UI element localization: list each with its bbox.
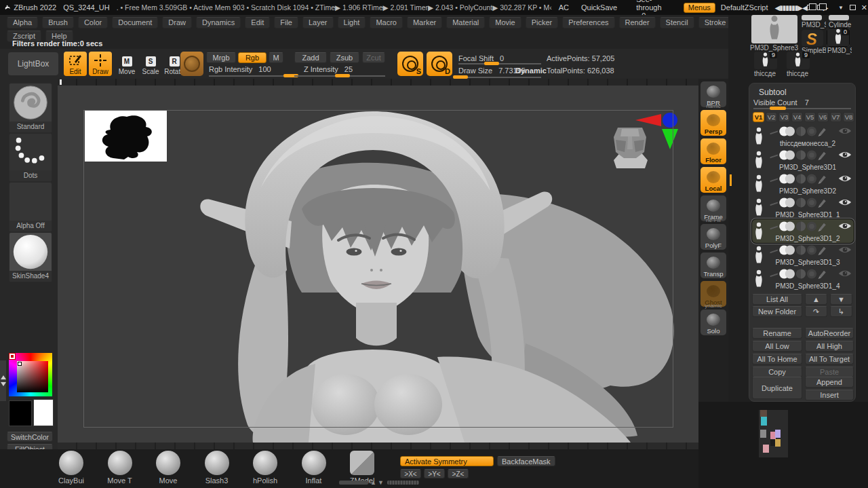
brush-shortcut[interactable]: ClayBui <box>47 451 95 485</box>
spotlight-reference-panel[interactable] <box>759 410 788 457</box>
tool-history-thumbnail[interactable]: 9 <box>754 52 777 69</box>
zsub-button[interactable]: Zsub <box>330 52 359 63</box>
brush-shortcut[interactable]: Inflat <box>290 451 338 485</box>
visibility-eye-icon[interactable] <box>837 126 852 136</box>
sculpt-size-button[interactable]: S <box>397 52 423 76</box>
mrgb-button[interactable]: Mrgb <box>206 52 236 63</box>
scroll-left-icon[interactable]: ◀▮▮▮ <box>775 2 789 13</box>
visibility-eye-icon[interactable] <box>837 150 852 159</box>
view-tab[interactable]: V5 <box>804 112 816 122</box>
view-tab[interactable]: V2 <box>766 112 777 122</box>
menu-item[interactable]: Draw <box>162 17 192 29</box>
duplicate-button[interactable]: Duplicate <box>752 377 802 399</box>
saturation-selector[interactable] <box>18 362 22 366</box>
scroll-right-icon[interactable]: ▮▮▮▶ <box>789 2 802 13</box>
reference-thumbnail[interactable] <box>760 410 767 417</box>
polypaint-icons[interactable] <box>767 197 833 208</box>
polypaint-icons[interactable] <box>767 244 833 256</box>
symmetry-axis-button[interactable]: >X< <box>400 469 421 478</box>
move-in-button[interactable]: ↳ <box>830 306 852 317</box>
view-tab[interactable]: V3 <box>778 112 790 122</box>
insert-button[interactable]: Insert <box>805 390 854 400</box>
reference-thumbnail[interactable] <box>775 439 781 447</box>
menu-item[interactable]: Color <box>78 17 108 29</box>
draw-size-button[interactable]: D <box>427 52 452 76</box>
viewport-toggle-button[interactable]: ynamic Solo <box>701 309 726 335</box>
canvas-top-ruler[interactable] <box>58 79 698 86</box>
symmetry-axis-button[interactable]: >Z< <box>448 469 469 478</box>
move-up-button[interactable]: ▲ <box>805 294 827 305</box>
brush-shortcut[interactable]: Slash3 <box>193 451 241 485</box>
subtool-action-button[interactable]: Copy <box>752 367 802 377</box>
switch-color-button[interactable]: SwitchColor <box>7 432 53 442</box>
canvas-bottom-ruler[interactable] <box>58 443 698 449</box>
main-color-swatch[interactable] <box>9 400 32 426</box>
focal-shift-track[interactable] <box>458 63 541 64</box>
prev-document-icon[interactable]: ◀ <box>802 2 813 13</box>
visible-count-handle[interactable] <box>770 107 786 110</box>
m-button[interactable]: M <box>269 52 283 63</box>
tray-splitter[interactable] <box>0 360 6 401</box>
menu-item[interactable]: Macro <box>370 17 403 29</box>
menu-item[interactable]: Brush <box>42 17 74 29</box>
rgb-button[interactable]: Rgb <box>238 52 267 63</box>
polypaint-icons[interactable] <box>767 268 833 280</box>
subtool-item[interactable]: PM3D_Sphere3D1_3 <box>752 243 854 267</box>
timeline-track[interactable] <box>387 481 419 485</box>
subtool-scroll-marker[interactable] <box>730 174 732 186</box>
view-tab[interactable]: V1 <box>753 112 764 122</box>
edit-button[interactable]: Edit <box>64 52 87 76</box>
menu-item[interactable]: File <box>274 17 298 29</box>
menu-item[interactable]: Material <box>446 17 485 29</box>
current-alpha-button[interactable]: Alpha Off <box>9 182 52 232</box>
focal-shift-handle[interactable] <box>484 62 499 65</box>
polypaint-icons[interactable] <box>767 173 833 185</box>
reference-thumbnail[interactable] <box>761 417 767 426</box>
subtool-action-button[interactable]: All To Target <box>805 354 854 364</box>
menu-item[interactable]: Dynamics <box>196 17 241 29</box>
current-material-button[interactable] <box>180 52 203 76</box>
minimize-icon[interactable]: ▼ <box>837 2 844 13</box>
move-button[interactable]: M Move <box>115 52 138 76</box>
menu-item[interactable]: Light <box>338 17 366 29</box>
current-brush-button[interactable]: Standard <box>9 83 52 133</box>
simple-brush-thumbnail[interactable]: S <box>802 30 823 46</box>
menu-item[interactable]: Picker <box>526 17 559 29</box>
brush-shortcut[interactable]: Move <box>144 451 192 485</box>
visibility-eye-icon[interactable] <box>837 269 852 278</box>
reference-thumbnail[interactable] <box>760 430 766 438</box>
append-button[interactable]: Append <box>805 377 854 388</box>
quicksave-button[interactable]: QuickSave <box>581 3 617 12</box>
polypaint-icons[interactable] <box>767 221 833 232</box>
hue-selector[interactable] <box>9 354 15 359</box>
subtool-item[interactable]: PM3D_Sphere3D2 <box>752 172 854 195</box>
current-material-thumb[interactable]: SkinShade4 <box>9 232 52 282</box>
current-stroke-button[interactable]: Dots <box>9 133 52 182</box>
timeline-arrows[interactable]: ▲ ▼ <box>370 479 384 486</box>
symmetry-axis-button[interactable]: >Y< <box>424 469 445 478</box>
backface-mask-button[interactable]: BackfaceMask <box>497 456 555 466</box>
menu-item[interactable]: Movie <box>489 17 521 29</box>
new-folder-button[interactable]: New Folder <box>752 306 802 317</box>
activate-symmetry-button[interactable]: Activate Symmetry <box>400 456 494 466</box>
scrub-down-icon[interactable]: ▼ <box>378 479 384 486</box>
subtool-action-button[interactable]: Rename <box>752 328 802 339</box>
default-zscript-button[interactable]: DefaultZScript <box>721 3 768 12</box>
scrub-up-icon[interactable]: ▲ <box>370 479 376 486</box>
move-down-button[interactable]: ▼ <box>830 294 852 305</box>
lightbox-button[interactable]: LightBox <box>8 52 58 75</box>
timeline-scrollbar[interactable] <box>339 481 368 485</box>
polypaint-icons[interactable] <box>767 149 833 161</box>
subtool-action-button[interactable]: AutoReorder <box>805 328 854 339</box>
menu-item[interactable]: Alpha <box>7 17 38 29</box>
subtool-item[interactable]: PM3D_Sphere3D1_4 <box>752 267 854 290</box>
tool-thumb-small[interactable] <box>802 15 822 20</box>
reference-thumbnail[interactable] <box>770 440 775 446</box>
polypaint-icons[interactable] <box>767 126 833 137</box>
selected-tool-thumbnail[interactable]: 0 <box>827 29 849 46</box>
subtool-item[interactable]: thiccдемонесса_2 <box>752 124 854 148</box>
menu-item[interactable]: Preferences <box>562 17 614 29</box>
reference-thumbnail[interactable] <box>775 430 781 438</box>
brush-shortcut[interactable]: hPolish <box>241 451 289 485</box>
tool-thumb-small[interactable] <box>829 15 849 20</box>
